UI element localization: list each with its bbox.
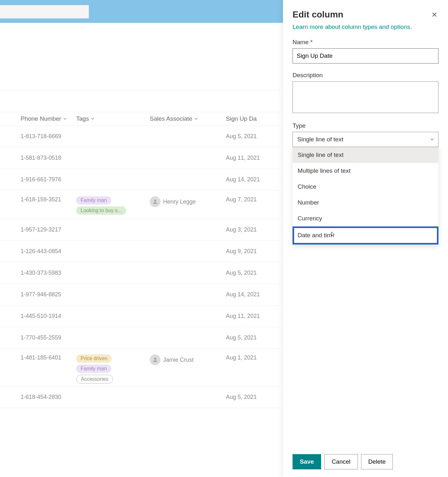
- cell-phone: 1-481-185-6401: [0, 354, 76, 361]
- cell-sign-up-date: Aug 14, 2021: [226, 176, 280, 183]
- description-input[interactable]: [293, 81, 438, 113]
- table-row[interactable]: 1-618-454-2830Aug 5, 2021: [0, 386, 280, 408]
- name-input[interactable]: [293, 48, 438, 64]
- column-header-label: Sales Associate: [150, 115, 192, 122]
- cell-phone: 1-916-661-7976: [0, 176, 76, 183]
- cell-sign-up-date: Aug 5, 2021: [226, 270, 280, 276]
- table-row[interactable]: 1-813-718-6669Aug 5, 2021: [0, 126, 280, 147]
- table-row[interactable]: 1-618-159-3521Family manLooking to buy s…: [0, 191, 280, 219]
- edit-column-panel: Edit column ✕ Learn more about column ty…: [283, 0, 448, 477]
- panel-title: Edit column: [293, 10, 343, 20]
- column-header-phone[interactable]: Phone Number: [0, 115, 76, 122]
- cell-phone: 1-770-455-2559: [0, 334, 76, 341]
- tag-pill[interactable]: Looking to buy s...: [76, 206, 126, 215]
- cell-sign-up-date: Aug 11, 2021: [226, 155, 280, 161]
- type-option-currency[interactable]: Currency: [293, 211, 438, 226]
- chevron-down-icon: [194, 117, 198, 121]
- column-header-label: Sign Up Da: [226, 115, 257, 122]
- save-button[interactable]: Save: [293, 454, 321, 469]
- type-select[interactable]: Single line of text: [293, 132, 438, 147]
- tag-pill[interactable]: Price driven: [76, 354, 112, 363]
- cell-phone: 1-618-159-3521: [0, 196, 76, 203]
- panel-footer: Save Cancel Delete: [283, 447, 448, 477]
- tag-pill[interactable]: Family man: [76, 365, 111, 373]
- cell-sign-up-date: Aug 5, 2021: [226, 133, 280, 140]
- cell-phone: 1-581-873-0518: [0, 155, 76, 161]
- cell-phone: 1-618-454-2830: [0, 394, 76, 400]
- table-row[interactable]: 1-126-443-0854Aug 9, 2021: [0, 241, 280, 262]
- cell-sign-up-date: Aug 14, 2021: [226, 291, 280, 298]
- avatar-icon: [150, 354, 161, 365]
- svg-point-0: [154, 199, 156, 202]
- cell-sign-up-date: Aug 5, 2021: [226, 394, 280, 400]
- cell-tags: Family manLooking to buy s...: [76, 196, 150, 215]
- table-row[interactable]: 1-445-510-1914Aug 11, 2021: [0, 306, 280, 327]
- cell-phone: 1-977-946-8825: [0, 291, 76, 298]
- learn-more-link[interactable]: Learn more about column types and option…: [293, 24, 438, 30]
- table-header-row: Phone Number Tags Sales Associate Sign U…: [0, 112, 280, 126]
- sales-associate-name: Henry Legge: [163, 198, 196, 205]
- type-option-choice[interactable]: Choice: [293, 179, 438, 195]
- search-input[interactable]: [0, 5, 89, 18]
- type-option-date-time[interactable]: Date and tim: [293, 226, 438, 245]
- column-header-sales-associate[interactable]: Sales Associate: [150, 115, 226, 122]
- table-row[interactable]: 1-977-946-8825Aug 14, 2021: [0, 284, 280, 306]
- table-row[interactable]: 1-916-661-7976Aug 14, 2021: [0, 169, 280, 191]
- table-row[interactable]: 1-957-129-3217Aug 3, 2021: [0, 219, 280, 241]
- cell-sign-up-date: Aug 9, 2021: [226, 248, 280, 255]
- column-header-sign-up-date[interactable]: Sign Up Da: [226, 115, 280, 122]
- type-option-multiple-lines[interactable]: Multiple lines of text: [293, 163, 438, 179]
- sales-associate-name: Jamie Crust: [163, 357, 194, 363]
- chevron-down-icon: [430, 136, 434, 143]
- tag-pill[interactable]: Family man: [76, 196, 111, 205]
- cell-sign-up-date: Aug 3, 2021: [226, 226, 280, 233]
- cell-phone: 1-813-718-6669: [0, 133, 76, 140]
- svg-point-1: [154, 358, 156, 360]
- cell-phone: 1-430-373-5983: [0, 270, 76, 276]
- name-field-label: Name *: [293, 39, 438, 46]
- chevron-down-icon: [63, 117, 67, 121]
- cell-sign-up-date: Aug 5, 2021: [226, 334, 280, 341]
- cell-sign-up-date: Aug 11, 2021: [226, 313, 280, 319]
- close-icon: ✕: [432, 11, 437, 19]
- type-option-single-line[interactable]: Single line of text: [293, 147, 438, 163]
- column-header-label: Tags: [76, 115, 89, 122]
- cell-sales-associate: Henry Legge: [150, 196, 226, 207]
- chevron-down-icon: [91, 117, 95, 121]
- cell-sales-associate: Jamie Crust: [150, 354, 226, 365]
- avatar-icon: [150, 196, 161, 207]
- cell-tags: Price drivenFamily manAccessories: [76, 354, 150, 384]
- cell-sign-up-date: Aug 1, 2021: [226, 354, 280, 361]
- cancel-button[interactable]: Cancel: [324, 454, 358, 469]
- cursor-pointer-icon: [329, 231, 336, 240]
- data-table: Phone Number Tags Sales Associate Sign U…: [0, 69, 280, 408]
- type-field-label: Type: [293, 122, 438, 129]
- table-row[interactable]: 1-581-873-0518Aug 11, 2021: [0, 147, 280, 169]
- cell-phone: 1-957-129-3217: [0, 226, 76, 233]
- type-select-value: Single line of text: [297, 136, 343, 143]
- column-header-label: Phone Number: [21, 115, 61, 122]
- tag-pill[interactable]: Accessories: [76, 375, 113, 384]
- type-option-number[interactable]: Number: [293, 195, 438, 211]
- description-field-label: Description: [293, 72, 438, 79]
- type-dropdown: Single line of text Multiple lines of te…: [293, 147, 438, 245]
- cell-phone: 1-445-510-1914: [0, 313, 76, 319]
- column-header-tags[interactable]: Tags: [76, 115, 150, 122]
- table-row[interactable]: 1-770-455-2559Aug 5, 2021: [0, 327, 280, 349]
- cell-phone: 1-126-443-0854: [0, 248, 76, 255]
- table-row[interactable]: 1-481-185-6401Price drivenFamily manAcce…: [0, 349, 280, 386]
- cell-sign-up-date: Aug 7, 2021: [226, 196, 280, 203]
- delete-button[interactable]: Delete: [361, 454, 393, 469]
- table-row[interactable]: 1-430-373-5983Aug 5, 2021: [0, 262, 280, 284]
- close-button[interactable]: ✕: [430, 10, 438, 20]
